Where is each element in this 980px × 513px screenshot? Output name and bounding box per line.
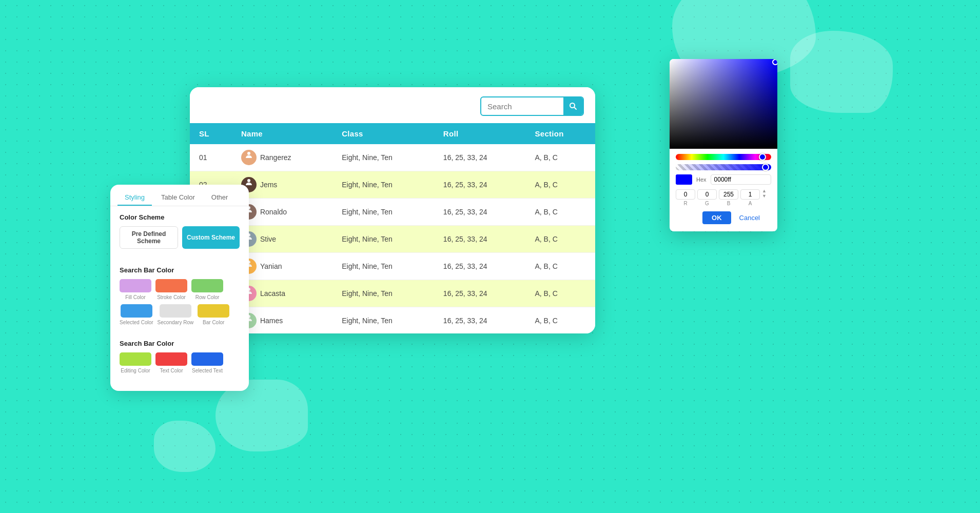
a-label: A <box>749 201 752 206</box>
swatch-label: Bar Color <box>203 320 224 325</box>
cell-roll: 16, 25, 33, 24 <box>434 307 526 334</box>
cell-roll: 16, 25, 33, 24 <box>434 144 526 171</box>
g-label: G <box>705 201 709 206</box>
swatch-color <box>120 352 151 366</box>
cell-section: A, B, C <box>525 307 595 334</box>
swatch-item[interactable]: Secondary Row <box>158 304 194 325</box>
col-sl: SL <box>190 123 232 144</box>
col-class: Class <box>332 123 434 144</box>
swatch-item[interactable]: Bar Color <box>198 304 229 325</box>
svg-point-3 <box>247 179 250 182</box>
picker-cancel-button[interactable]: Cancel <box>734 211 765 224</box>
swatches-row-1: Fill Color Stroke Color Row Color <box>120 279 240 300</box>
cell-name-text: Rangerez <box>260 153 291 162</box>
swatch-label: Fill Color <box>125 294 145 300</box>
table-header-bar <box>190 87 595 123</box>
cell-class: Eight, Nine, Ten <box>332 171 434 199</box>
hue-thumb <box>759 153 766 161</box>
data-table: SL Name Class Roll Section 01 Rangerez E… <box>190 123 595 333</box>
table-row: 02 Jems Eight, Nine, Ten 16, 25, 33, 24 … <box>190 171 595 199</box>
picker-buttons: OK Cancel <box>676 211 771 224</box>
swatch-color <box>191 279 223 292</box>
search-button[interactable] <box>563 96 583 116</box>
b-input[interactable] <box>719 189 738 200</box>
table-row: 06 Lacasta Eight, Nine, Ten 16, 25, 33, … <box>190 280 595 307</box>
cell-name-text: Ronaldo <box>260 208 287 216</box>
swatch-item[interactable]: Text Color <box>155 352 187 373</box>
color-gradient[interactable] <box>670 59 777 149</box>
cell-name-text: Lacasta <box>260 289 285 298</box>
blob-decoration-4 <box>154 421 215 472</box>
swatch-label: Selected Color <box>120 320 153 325</box>
tab-other[interactable]: Other <box>204 190 236 206</box>
swatch-item[interactable]: Fill Color <box>120 279 151 300</box>
arrow-down[interactable]: ▼ <box>762 194 767 199</box>
swatch-item[interactable]: Selected Color <box>120 304 153 325</box>
search-bar-color-title-3: Search Bar Color <box>120 340 240 347</box>
svg-point-2 <box>247 152 250 155</box>
alpha-overlay <box>676 164 771 170</box>
swatch-label: Selected Text <box>192 368 223 373</box>
scheme-buttons: Pre Defined Scheme Custom Scheme <box>120 226 240 249</box>
swatch-color <box>198 304 229 318</box>
hex-input[interactable] <box>711 174 771 185</box>
styling-panel: Styling Table Color Other Color Scheme P… <box>110 185 249 391</box>
swatch-label: Stroke Color <box>157 294 186 300</box>
pre-defined-scheme-btn[interactable]: Pre Defined Scheme <box>120 226 178 249</box>
swatch-color <box>120 279 151 292</box>
swatch-item[interactable]: Row Color <box>191 279 223 300</box>
swatch-label: Secondary Row <box>158 320 194 325</box>
color-preview-row: Hex <box>676 174 771 185</box>
swatch-item[interactable]: Editing Color <box>120 352 151 373</box>
search-bar-color-section-3: Search Bar Color Editing Color Text Colo… <box>110 332 249 381</box>
g-field: G <box>697 189 717 206</box>
cell-class: Eight, Nine, Ten <box>332 144 434 171</box>
table-row: 03 Ronaldo Eight, Nine, Ten 16, 25, 33, … <box>190 199 595 226</box>
table-row: 04 Stive Eight, Nine, Ten 16, 25, 33, 24… <box>190 226 595 253</box>
swatch-label: Editing Color <box>121 368 150 373</box>
picker-cursor <box>772 59 777 65</box>
picker-controls: Hex R G B A ▲ ▼ <box>670 149 777 224</box>
rgba-arrows: ▲ ▼ <box>762 189 767 199</box>
r-label: R <box>683 201 687 206</box>
search-input[interactable] <box>481 102 563 111</box>
swatch-color <box>160 304 191 318</box>
swatch-item[interactable]: Selected Text <box>191 352 223 373</box>
custom-scheme-btn[interactable]: Custom Scheme <box>182 226 240 249</box>
b-label: B <box>727 201 731 206</box>
table-header-row: SL Name Class Roll Section <box>190 123 595 144</box>
tab-styling[interactable]: Styling <box>117 190 152 206</box>
cell-roll: 16, 25, 33, 24 <box>434 171 526 199</box>
cell-roll: 16, 25, 33, 24 <box>434 226 526 253</box>
a-input[interactable] <box>740 189 760 200</box>
g-input[interactable] <box>697 189 717 200</box>
alpha-slider[interactable] <box>676 164 771 170</box>
search-bar-color-title-1: Search Bar Color <box>120 266 240 274</box>
alpha-thumb <box>762 164 769 171</box>
cell-roll: 16, 25, 33, 24 <box>434 280 526 307</box>
cell-class: Eight, Nine, Ten <box>332 280 434 307</box>
color-scheme-section: Color Scheme Pre Defined Scheme Custom S… <box>110 206 249 259</box>
color-scheme-title: Color Scheme <box>120 213 240 221</box>
swatches-row-2: Selected Color Secondary Row Bar Color <box>120 304 240 325</box>
picker-ok-button[interactable]: OK <box>702 211 731 224</box>
blob-decoration-2 <box>790 31 893 113</box>
swatches-row-3: Editing Color Text Color Selected Text <box>120 352 240 373</box>
b-field: B <box>719 189 738 206</box>
cell-section: A, B, C <box>525 253 595 280</box>
swatch-color <box>121 304 152 318</box>
r-field: R <box>676 189 695 206</box>
a-field: A <box>740 189 760 206</box>
avatar <box>241 150 257 165</box>
table-body: 01 Rangerez Eight, Nine, Ten 16, 25, 33,… <box>190 144 595 333</box>
cell-section: A, B, C <box>525 199 595 226</box>
cell-class: Eight, Nine, Ten <box>332 307 434 334</box>
cell-class: Eight, Nine, Ten <box>332 199 434 226</box>
cell-name-text: Jems <box>260 181 277 189</box>
hue-slider[interactable] <box>676 154 771 160</box>
cell-class: Eight, Nine, Ten <box>332 253 434 280</box>
swatch-color <box>155 279 187 292</box>
r-input[interactable] <box>676 189 695 200</box>
swatch-item[interactable]: Stroke Color <box>155 279 187 300</box>
tab-table-color[interactable]: Table Color <box>154 190 202 206</box>
